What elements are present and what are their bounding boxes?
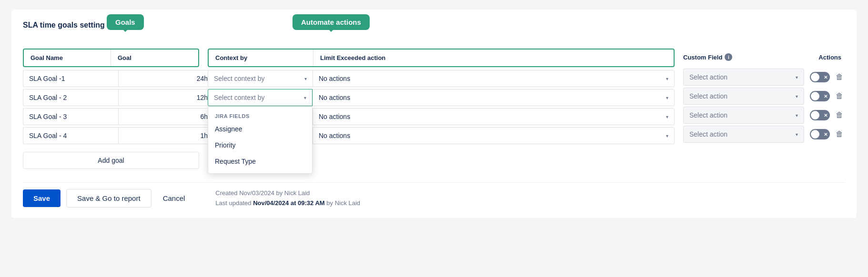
delete-button-1[interactable]: 🗑 [834,90,845,102]
timestamp-area: Created Nov/03/2024 by Nick Laid Last up… [215,188,360,208]
delete-button-2[interactable]: 🗑 [834,109,845,121]
page-container: Goals Automate actions SLA time goals se… [11,10,857,218]
limit-value-1: No actions [319,94,350,101]
limit-value-3: No actions [319,132,350,139]
toggle-knob-1 [811,92,819,100]
select-action-label-3: Select action [689,130,727,138]
context-dropdown-1[interactable]: Select context by ▾ [208,89,313,106]
toggle-x-icon-3: ✕ [824,132,828,137]
goal-name-header: Goal Name [24,49,111,66]
select-action-label-1: Select action [689,92,727,100]
limit-dropdown-2[interactable]: No actions ▾ [313,108,675,125]
chevron-down-icon-ctx-1: ▾ [304,95,306,100]
goal-row-3 [23,127,199,144]
limit-dropdown-0[interactable]: No actions ▾ [313,70,675,87]
toggle-3[interactable]: ✕ [810,129,830,139]
limit-value-2: No actions [319,113,350,120]
custom-field-row-2: Select action ▾ ✕ 🗑 [683,107,845,124]
select-action-dropdown-0[interactable]: Select action ▾ [683,69,804,86]
goal-value-input-2[interactable] [118,108,214,125]
custom-field-header: Custom Field i [683,53,818,61]
limit-header: Limit Exceeded action [313,49,674,66]
select-action-dropdown-3[interactable]: Select action ▾ [683,126,804,143]
toggle-2[interactable]: ✕ [810,110,830,120]
actions-header: Actions [818,53,845,61]
goal-value-input-1[interactable] [118,89,214,106]
page-title-row: SLA time goals setting i [23,21,845,30]
chevron-down-icon-lim-1: ▾ [666,95,668,100]
bottom-bar: Save Save & Go to report Cancel Created … [23,182,845,208]
cancel-button[interactable]: Cancel [157,189,191,207]
goals-tooltip-text: Goals [115,18,135,26]
chevron-down-icon-lim-3: ▾ [666,133,668,138]
chevron-down-icon-sa-2: ▾ [796,113,798,118]
automate-tooltip-text: Automate actions [301,18,361,26]
delete-button-3[interactable]: 🗑 [834,128,845,140]
toggle-x-icon-0: ✕ [824,75,828,80]
goal-row-2 [23,108,199,125]
actions-cell-3: ✕ 🗑 [810,128,845,140]
custom-field-row-1: Select action ▾ ✕ 🗑 [683,88,845,105]
toggle-x-icon-2: ✕ [824,113,828,118]
created-timestamp: Created Nov/03/2024 by Nick Laid [215,188,360,198]
updated-prefix: Last updated [215,199,253,207]
automate-row-1: Select context by ▾ No actions ▾ JIRA FI… [208,89,675,106]
custom-field-row-3: Select action ▾ ✕ 🗑 [683,126,845,143]
actions-cell-2: ✕ 🗑 [810,109,845,121]
toggle-0[interactable]: ✕ [810,72,830,82]
page-title: SLA time goals setting [23,21,105,30]
save-go-report-button[interactable]: Save & Go to report [66,189,151,208]
actions-cell-0: ✕ 🗑 [810,71,845,83]
dropdown-item-priority[interactable]: Priority [208,137,312,153]
select-action-dropdown-1[interactable]: Select action ▾ [683,88,804,105]
chevron-down-icon-sa-1: ▾ [796,94,798,99]
goal-name-input-0[interactable] [23,70,118,87]
custom-field-row-0: Select action ▾ ✕ 🗑 [683,69,845,86]
automate-header: Context by Limit Exceeded action [208,49,675,67]
context-dropdown-menu: JIRA FIELDS Assignee Priority Request Ty… [208,106,313,174]
chevron-down-icon-sa-0: ▾ [796,75,798,80]
context-placeholder-0: Select context by [214,75,265,82]
custom-field-info-icon[interactable]: i [725,53,732,61]
context-dropdown-0[interactable]: Select context by ▾ [208,70,313,87]
updated-suffix: by Nick Laid [325,199,360,207]
goal-name-input-1[interactable] [23,89,118,106]
add-goal-button[interactable]: Add goal [23,152,199,169]
limit-dropdown-1[interactable]: No actions ▾ [313,89,675,106]
save-button[interactable]: Save [23,189,61,207]
select-action-dropdown-2[interactable]: Select action ▾ [683,107,804,124]
goal-value-input-0[interactable] [118,70,214,87]
delete-button-0[interactable]: 🗑 [834,71,845,83]
actions-cell-1: ✕ 🗑 [810,90,845,102]
dropdown-item-request-type[interactable]: Request Type [208,153,312,169]
automate-section: Context by Limit Exceeded action Select … [208,49,675,146]
dropdown-group-label: JIRA FIELDS [208,110,312,121]
custom-field-label: Custom Field [683,54,722,61]
goals-header: Goal Name Goal [23,49,199,67]
goal-name-input-3[interactable] [23,127,118,144]
automate-row-0: Select context by ▾ No actions ▾ [208,70,675,87]
toggle-1[interactable]: ✕ [810,91,830,101]
goal-value-header: Goal [111,49,198,66]
right-header: Custom Field i Actions [683,49,845,66]
goal-name-input-2[interactable] [23,108,118,125]
limit-dropdown-3[interactable]: No actions ▾ [313,127,675,144]
goal-value-input-3[interactable] [118,127,214,144]
toggle-x-icon-1: ✕ [824,94,828,99]
select-action-label-0: Select action [689,73,727,81]
updated-bold: Nov/04/2024 at 09:32 AM [253,199,325,207]
goal-row-0 [23,70,199,87]
right-section: Custom Field i Actions Select action ▾ ✕… [683,49,845,145]
chevron-down-icon-lim-0: ▾ [666,76,668,81]
chevron-down-icon-sa-3: ▾ [796,132,798,137]
goals-section: Goal Name Goal Add goal [23,49,199,169]
context-placeholder-1: Select context by [214,94,265,101]
goal-row-1 [23,89,199,106]
select-action-label-2: Select action [689,111,727,119]
chevron-down-icon-ctx-0: ▾ [304,76,307,81]
toggle-knob-3 [811,130,819,138]
toggle-knob-0 [811,73,819,81]
automate-tooltip: Automate actions [293,14,370,30]
goals-tooltip: Goals [107,14,144,30]
dropdown-item-assignee[interactable]: Assignee [208,121,312,137]
